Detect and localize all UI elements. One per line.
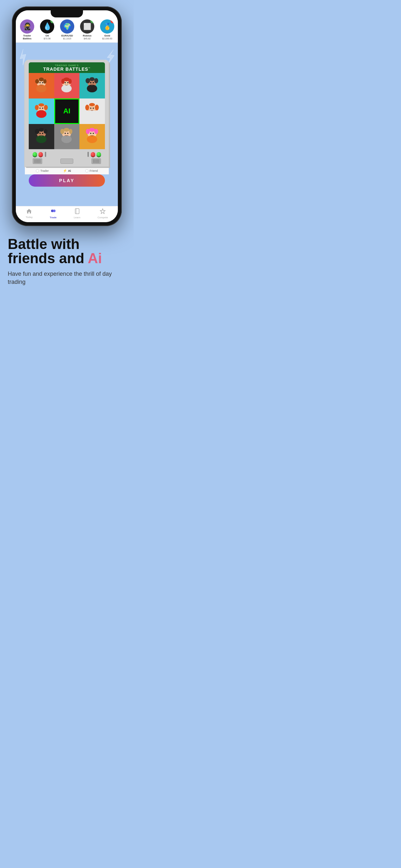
slot-line [36,159,36,163]
ticker-name: EUR/USD [61,35,73,37]
slot-line [35,159,35,163]
slot-line [93,159,94,163]
ticker-name: TraderBattles [23,35,32,40]
svg-point-4 [43,79,47,84]
svg-point-27 [42,107,43,109]
nav-item-today[interactable]: Today [26,209,33,219]
svg-point-46 [69,129,72,134]
svg-point-19 [90,82,91,83]
avatar-cell-1 [29,73,54,98]
nav-label-trade: Trade [50,216,57,219]
slot-line [40,159,40,163]
slot-vent-left [33,158,42,164]
svg-point-33 [90,107,91,109]
red-button-right[interactable] [91,152,95,157]
mode-ai[interactable]: ⚡ Ai [63,169,71,173]
svg-point-31 [95,104,99,111]
svg-point-6 [42,82,43,83]
svg-point-3 [39,78,44,82]
nav-label-learn: Learn [73,216,80,219]
joystick-group-left [33,152,47,157]
play-button-label: PLAY [59,178,74,183]
text-section: Battle with friends and Ai Have fun and … [0,229,134,296]
subtitle: Have fun and experience the thrill of da… [8,270,126,286]
svg-point-24 [44,105,48,110]
svg-point-54 [90,133,91,134]
svg-point-45 [64,128,69,132]
arcade-title: TRADER BATTLES™ [32,66,102,72]
svg-rect-59 [75,209,79,214]
svg-point-30 [85,104,89,111]
ticker-item-eurusd[interactable]: 🌍 EUR/USD $1.1015 [58,20,76,40]
svg-point-55 [93,133,94,134]
slot-line [97,159,98,163]
ticker-name: Roblox [83,35,91,37]
svg-point-2 [35,79,39,84]
slot-line [38,159,39,163]
green-button-right[interactable] [96,152,101,157]
nav-item-learn[interactable]: Learn [73,208,80,219]
ticker-price: $2,036.63 [102,37,112,40]
green-button[interactable] [33,152,37,157]
ticker-price: $45,82 [84,37,90,40]
panel-slots [33,158,101,164]
ticker-item-roblox[interactable]: ⬜ ↑ Roblox $45,82 [78,20,96,40]
svg-point-25 [38,103,44,106]
svg-point-32 [89,103,95,106]
nav-item-trade[interactable]: Trade [50,208,57,219]
bottom-nav: Today Trade [16,206,118,222]
joystick-stick-left [45,152,46,157]
svg-point-8 [61,85,72,92]
mode-selector: Trader ⚡ Ai Friend [25,166,109,175]
play-button[interactable]: PLAY [29,175,105,187]
ticker-item-oil[interactable]: 💧 ↑ Oil $73.56 [38,20,57,40]
svg-point-40 [39,133,41,134]
svg-point-18 [94,78,98,83]
trade-icon [50,208,56,215]
svg-point-58 [53,210,56,212]
joystick-row [33,152,101,157]
svg-point-17 [89,77,95,81]
nav-label-today: Today [26,216,33,219]
avatar-cell-4 [29,98,54,124]
slot-line [96,159,96,163]
nav-item-compete[interactable]: Compete [97,208,108,219]
svg-point-15 [87,85,97,92]
arcade-top: Trading Game's TRADER BATTLES™ [25,60,109,166]
ticker-item-gold[interactable]: 🥇 ↓ Gold $2,036.63 [98,20,117,40]
lightning-icon: ⚡ [63,169,67,173]
svg-point-38 [39,128,44,132]
red-button[interactable] [38,152,43,157]
slot-line [37,159,38,163]
phone-frame: 🥷 TraderBattles 💧 ↑ Oil $73.56 🌍 EUR [12,6,122,226]
mode-radio-trader[interactable] [36,169,39,173]
ticker-name: Gold [104,35,110,37]
svg-point-23 [35,105,39,110]
svg-point-52 [89,128,95,132]
arcade-screen-frame: Trading Game's TRADER BATTLES™ [29,62,105,73]
svg-point-50 [87,135,97,143]
ai-label: AI [63,107,70,115]
mode-trader[interactable]: Trader [36,169,49,173]
svg-point-11 [68,79,72,84]
svg-point-16 [86,78,90,83]
ticker-price: $1.1015 [63,37,71,40]
svg-point-20 [93,82,94,83]
svg-point-43 [61,135,72,143]
svg-point-26 [39,107,41,109]
svg-point-48 [67,133,68,134]
avatar-cell-7 [29,124,54,150]
mode-radio-friend[interactable] [85,169,89,173]
svg-point-29 [87,110,97,118]
joystick-group-right [87,152,101,157]
slot-line [95,159,95,163]
svg-point-22 [36,110,47,118]
avatar-cell-ai: AI [54,98,80,124]
mode-label-trader: Trader [40,169,49,173]
mode-friend[interactable]: Friend [85,169,98,173]
slot-bar-center [60,159,73,164]
slot-line [98,159,99,163]
ticker-item-trader-battles[interactable]: 🥷 TraderBattles [18,20,36,40]
learn-icon [74,208,80,215]
slot-vent-right [91,158,101,164]
